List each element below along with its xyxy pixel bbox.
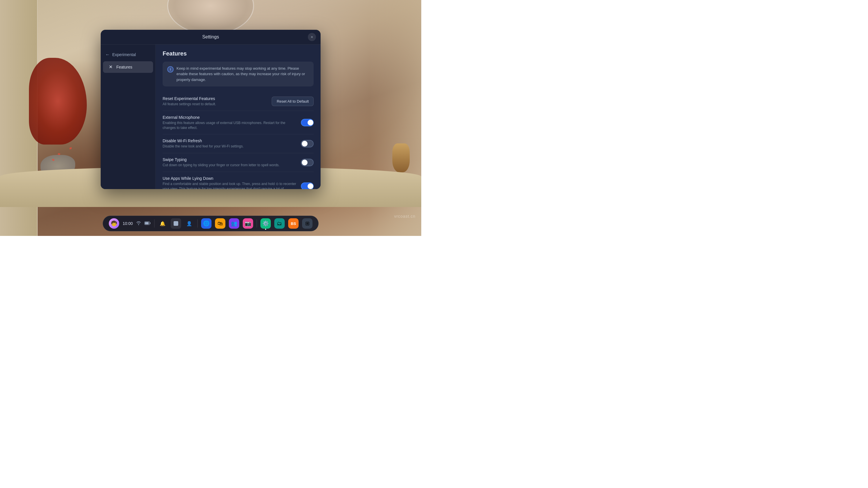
setting-external-microphone: External Microphone Enabling this featur… [163, 111, 314, 135]
reset-row-desc: All feature settings reset to default. [163, 102, 267, 107]
taskbar-time: 10:00 [123, 221, 133, 226]
setting-wifi-refresh-text: Disable Wi-Fi Refresh Disable the new lo… [163, 138, 296, 149]
setting-external-microphone-desc: Enabling this feature allows usage of ex… [163, 121, 296, 130]
toggle-slider-off [301, 140, 314, 148]
toggle-slider-on-2: ✓ [301, 183, 314, 189]
dialog-header: Settings × [101, 30, 320, 44]
setting-swipe-typing: Swipe Typing Cut down on typing by slidi… [163, 153, 314, 172]
svg-rect-2 [174, 221, 178, 226]
reset-row-text: Reset Experimental Features All feature … [163, 96, 267, 107]
lying-down-toggle[interactable]: ✓ [301, 183, 314, 189]
taskbar-app-browser[interactable]: 🌐 [201, 218, 212, 229]
setting-external-microphone-title: External Microphone [163, 115, 296, 120]
sidebar-back-label: Experimental [112, 52, 136, 57]
wifi-icon [136, 221, 141, 226]
taskbar-app-grid[interactable]: ⊞ [302, 218, 312, 229]
setting-wifi-refresh-desc: Disable the new look and feel for your W… [163, 144, 296, 149]
features-icon: ✕ [107, 64, 114, 70]
taskbar-app-files[interactable]: 🗂 [274, 218, 285, 229]
close-button[interactable]: × [308, 33, 316, 41]
section-title: Features [163, 50, 314, 57]
notifications-button[interactable]: 🔔 [158, 219, 167, 228]
info-text: Keep in mind experimental features may s… [177, 66, 309, 83]
external-microphone-toggle[interactable]: ✓ [301, 119, 314, 126]
dialog-title: Settings [202, 34, 219, 40]
setting-external-microphone-text: External Microphone Enabling this featur… [163, 115, 296, 130]
toggle-slider-off-2 [301, 159, 314, 166]
reset-all-button[interactable]: Reset All to Default [272, 97, 314, 106]
toggle-slider-on: ✓ [301, 119, 314, 126]
wifi-refresh-toggle[interactable] [301, 140, 314, 148]
taskbar-app-people[interactable]: 👥 [229, 218, 239, 229]
svg-rect-1 [145, 222, 149, 224]
setting-wifi-refresh-title: Disable Wi-Fi Refresh [163, 138, 296, 143]
taskbar-divider-1 [154, 220, 155, 228]
main-content: Features i Keep in mind experimental fea… [156, 44, 320, 189]
setting-swipe-typing-desc: Cut down on typing by sliding your finge… [163, 163, 296, 168]
taskbar-app-store[interactable]: 🛍 [215, 218, 225, 229]
sidebar-item-features[interactable]: ✕ Features [103, 61, 153, 73]
setting-swipe-typing-title: Swipe Typing [163, 157, 296, 162]
taskbar-app-beatsaber[interactable]: BS [288, 218, 299, 229]
sidebar-back-button[interactable]: ← Experimental [101, 49, 155, 60]
taskbar: 🧒 10:00 🔔 👤 🌐 🛍 👥 📷 ⚙️ 🗂 BS ⊞ [103, 216, 318, 231]
setting-lying-down-text: Use Apps While Lying Down Find a comfort… [163, 176, 296, 189]
info-icon: i [167, 66, 174, 72]
taskbar-app-settings[interactable]: ⚙️ [260, 218, 271, 229]
dialog-body: ← Experimental ✕ Features Features i Kee… [101, 44, 320, 189]
setting-lying-down-desc: Find a comfortable and stable position a… [163, 182, 296, 189]
setting-lying-down: Use Apps While Lying Down Find a comfort… [163, 172, 314, 189]
reset-row: Reset Experimental Features All feature … [163, 92, 314, 111]
back-arrow-icon: ← [105, 52, 110, 57]
sidebar-item-label: Features [116, 65, 132, 69]
swipe-typing-toggle[interactable] [301, 159, 314, 166]
taskbar-avatar[interactable]: 🧒 [109, 218, 119, 229]
settings-dialog: Settings × ← Experimental ✕ Features Fea… [101, 30, 320, 189]
setting-swipe-typing-text: Swipe Typing Cut down on typing by slidi… [163, 157, 296, 168]
info-banner: i Keep in mind experimental features may… [163, 62, 314, 87]
watermark: vrcoast.cn [394, 214, 415, 219]
reset-row-title: Reset Experimental Features [163, 96, 267, 101]
media-button[interactable] [171, 218, 181, 229]
sidebar: ← Experimental ✕ Features [101, 44, 156, 189]
taskbar-app-camera[interactable]: 📷 [243, 218, 253, 229]
setting-wifi-refresh: Disable Wi-Fi Refresh Disable the new lo… [163, 134, 314, 153]
dialog-overlay: Settings × ← Experimental ✕ Features Fea… [0, 0, 421, 236]
social-button[interactable]: 👤 [185, 219, 194, 228]
battery-icon [144, 221, 151, 226]
setting-lying-down-title: Use Apps While Lying Down [163, 176, 296, 181]
